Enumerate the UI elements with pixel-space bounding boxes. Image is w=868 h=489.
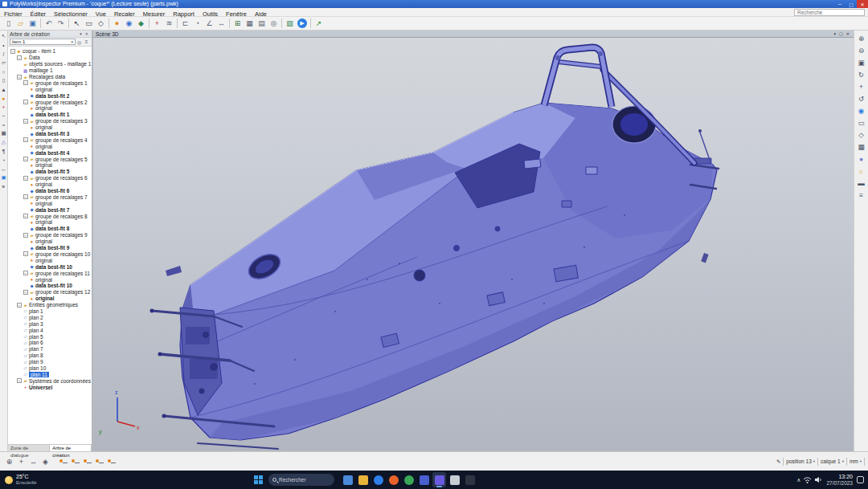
tree-options-icon[interactable]: ≡ <box>83 39 90 46</box>
search-input[interactable] <box>794 9 865 16</box>
create-curve-icon[interactable]: ~ <box>0 112 7 120</box>
rotate-view-icon[interactable]: ↻ <box>856 69 867 79</box>
tree-item[interactable]: ▱plan 3 <box>8 320 92 327</box>
menu-item[interactable]: Fichier <box>0 10 27 18</box>
status-layer[interactable]: calque 1 ▾ <box>818 458 846 464</box>
best-fit-alignment-icon[interactable]: ◉ <box>123 18 135 29</box>
tree-item[interactable]: −▰groupe de recalages 10 <box>8 251 92 258</box>
tree-item[interactable]: ◆data best-fit 5 <box>8 169 92 175</box>
camera-view-icon[interactable]: ▣ <box>0 173 7 181</box>
menu-item[interactable]: Fenêtre <box>222 10 251 18</box>
angle-measure-icon[interactable]: ∠ <box>203 18 215 29</box>
tree-item[interactable]: ●original <box>8 124 92 131</box>
tree-item[interactable]: −▰groupe de recalages 11 <box>8 270 92 276</box>
tree-item[interactable]: −▰groupe de recalages 9 <box>8 232 92 238</box>
zoom-out-icon[interactable]: ⊖ <box>856 45 867 55</box>
create-point-icon[interactable]: • <box>0 41 7 49</box>
color-map-icon[interactable]: ▧ <box>284 18 296 29</box>
tree-expander-icon[interactable]: − <box>17 303 22 308</box>
viewport-restore-icon[interactable]: ▢ <box>837 31 845 36</box>
tree-expander-icon[interactable]: − <box>23 233 28 238</box>
task-view-taskbar-icon[interactable] <box>341 472 354 487</box>
tree-item[interactable]: ◆data best-fit 6 <box>8 188 92 194</box>
tree-item[interactable]: ◆data best-fit 8 <box>8 226 92 232</box>
tree-item[interactable]: ▱plan 11 <box>8 371 92 377</box>
tree-item[interactable]: ●original <box>8 162 92 169</box>
tree-item[interactable]: ▱plan 4 <box>8 327 92 333</box>
front-view-icon[interactable]: ▭ <box>856 117 867 128</box>
gauge-measure-icon[interactable]: ◔ <box>191 18 203 29</box>
create-cylinder-icon[interactable]: ▯ <box>0 76 7 84</box>
tree-item[interactable]: −▰groupe de recalages 5 <box>8 156 92 162</box>
menu-item[interactable]: Rapport <box>169 10 199 18</box>
weather-widget[interactable]: 25°C Ensoleillé <box>5 474 101 486</box>
save-icon[interactable]: ▣ <box>27 18 39 29</box>
options-icon[interactable]: ≡ <box>0 182 7 190</box>
firefox-browser-taskbar-icon[interactable] <box>387 472 400 487</box>
view-settings-icon[interactable]: ≡ <box>856 189 867 200</box>
tree-item[interactable]: ◆data best-fit 4 <box>8 149 92 156</box>
tree-item[interactable]: ◆data best-fit 3 <box>8 131 92 137</box>
wifi-icon[interactable] <box>803 476 812 483</box>
tree-item[interactable]: ◆data best-fit 9 <box>8 245 92 251</box>
tree-item[interactable]: −▰groupe de recalages 3 <box>8 118 92 124</box>
light-toggle-icon[interactable]: ☼ <box>856 165 867 176</box>
chart-tool-icon[interactable]: ↗ <box>313 18 325 29</box>
tree-expander-icon[interactable]: − <box>23 157 28 161</box>
redo-icon[interactable]: ↷ <box>55 18 67 29</box>
report-editor-icon[interactable]: ▤ <box>256 18 268 29</box>
view-cube-icon[interactable]: ◈ <box>39 456 51 467</box>
iso-view-icon[interactable]: ◇ <box>856 129 867 140</box>
probe-compare-icon[interactable] <box>106 457 117 467</box>
probe-point-icon[interactable] <box>58 457 68 467</box>
create-line-icon[interactable]: / <box>0 50 7 58</box>
gauge-tool-icon[interactable]: ◔ <box>0 156 7 164</box>
tree-expander-icon[interactable]: − <box>23 194 28 199</box>
teams-taskbar-icon[interactable] <box>417 472 431 487</box>
panel-close-icon[interactable]: ✕ <box>84 31 90 36</box>
create-circle-icon[interactable]: ○ <box>0 67 7 75</box>
tree-item[interactable]: ●original <box>8 181 92 188</box>
viewport-close-icon[interactable]: ✕ <box>845 31 851 36</box>
notepad-taskbar-icon[interactable] <box>448 472 461 487</box>
section-plane-icon[interactable]: ▬ <box>856 177 867 188</box>
chrome-browser-taskbar-icon[interactable] <box>402 472 416 487</box>
tree-item[interactable]: ▱plan 10 <box>8 365 92 372</box>
center-pivot-icon[interactable]: ⊕ <box>3 456 15 467</box>
new-document-icon[interactable]: ▯ <box>2 18 14 29</box>
visibility-eye-icon[interactable]: ◉ <box>856 105 867 116</box>
item-filter-combobox[interactable]: item 1 ▾ <box>10 39 76 45</box>
caliper-measure-icon[interactable]: ⊏ <box>179 18 191 29</box>
pan-view-icon[interactable]: + <box>856 81 867 92</box>
tree-item[interactable]: ●original <box>8 105 92 112</box>
taskbar-clock[interactable]: 13:20 27/07/2023 <box>826 474 853 487</box>
tree-item[interactable]: ◆data best-fit 1 <box>8 112 92 118</box>
undo-icon[interactable]: ↶ <box>43 18 55 29</box>
maximize-button[interactable]: ▢ <box>845 0 857 8</box>
taskbar-search[interactable]: Rechercher <box>268 474 334 486</box>
minimize-button[interactable]: ─ <box>834 0 845 8</box>
probe-circle-icon[interactable] <box>82 457 92 467</box>
wireframe-mode-icon[interactable]: ▦ <box>856 141 867 152</box>
tree-expander-icon[interactable]: − <box>17 55 22 60</box>
previous-view-icon[interactable]: ↺ <box>856 93 867 104</box>
tree-expander-icon[interactable]: − <box>23 176 28 181</box>
menu-item[interactable]: Aide <box>251 10 271 18</box>
tree-item[interactable]: −▰Entités géométriques <box>8 302 92 308</box>
tree-item[interactable]: +Universel <box>8 384 92 390</box>
tree-item[interactable]: ▱plan 6 <box>8 340 92 346</box>
tree-item[interactable]: ◆data best-fit 10 <box>8 263 92 270</box>
probe-plane-icon[interactable] <box>94 457 104 467</box>
edge-browser-taskbar-icon[interactable] <box>371 472 385 487</box>
tab-zone-de-dialogue[interactable]: Zone de dialogue <box>8 445 50 451</box>
tree-item[interactable]: ●original <box>8 219 92 226</box>
tree-item[interactable]: −▰groupe de recalages 1 <box>8 79 92 86</box>
tree-item[interactable]: ▱plan 2 <box>8 314 92 320</box>
tree-item[interactable]: ▱plan 8 <box>8 352 92 359</box>
tree-item[interactable]: ▱plan 5 <box>8 333 92 340</box>
select-pointer-icon[interactable]: ↖ <box>0 32 7 40</box>
menu-item[interactable]: Mesurer <box>139 10 170 18</box>
tree-expander-icon[interactable]: − <box>23 137 28 142</box>
volume-icon[interactable] <box>814 476 822 483</box>
zoom-fit-icon[interactable]: ▣ <box>856 57 867 67</box>
